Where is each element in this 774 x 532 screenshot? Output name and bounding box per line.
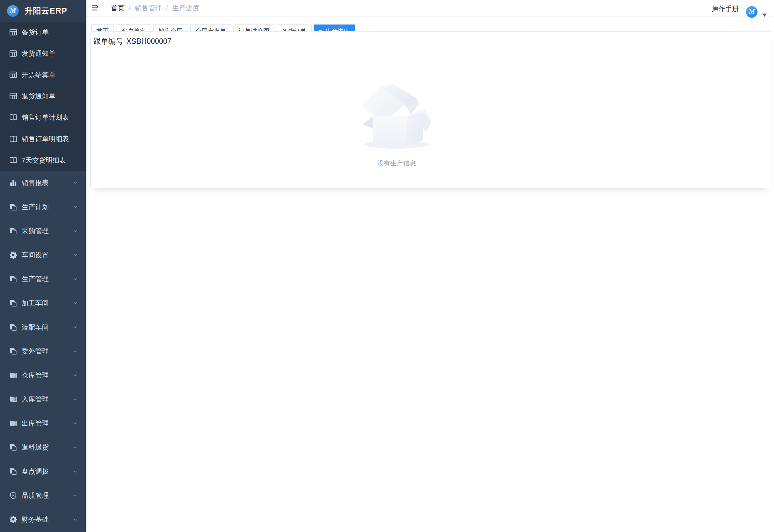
sidebar: M 升阳云ERP 备货订单 发货通知单 开票结算单 退货通知单 销售订单计划表 …: [0, 0, 86, 532]
app-title: 升阳云ERP: [25, 5, 67, 16]
sidebar-item[interactable]: 委外管理: [0, 339, 86, 363]
app-logo-header[interactable]: M 升阳云ERP: [0, 0, 86, 22]
copy-icon: [9, 323, 17, 331]
table-icon: [9, 28, 17, 36]
sidebar-item[interactable]: 仓库管理: [0, 363, 86, 387]
chevron-down-icon: [73, 204, 78, 210]
gear-icon: [9, 515, 17, 524]
breadcrumb-item: 销售管理: [135, 4, 162, 13]
chevron-down-icon: [73, 300, 78, 306]
table-icon: [9, 49, 17, 58]
content-panel: 跟单编号 XSBH000007: [90, 31, 771, 188]
copy-icon: [9, 443, 17, 451]
sidebar-item-label: 出库管理: [22, 419, 73, 428]
book-lines-icon: [9, 371, 17, 379]
sidebar-item-label: 销售订单计划表: [22, 113, 78, 122]
copy-icon: [9, 299, 17, 307]
empty-state-text: 没有生产信息: [348, 159, 445, 168]
breadcrumb-home[interactable]: 首页: [111, 4, 124, 13]
sidebar-item-label: 车间设置: [22, 251, 73, 260]
sidebar-item[interactable]: 退料退货: [0, 435, 86, 459]
sidebar-item[interactable]: 车间设置: [0, 243, 86, 267]
sidebar-item-label: 委外管理: [22, 347, 73, 356]
bar-chart-icon: [9, 179, 17, 187]
chevron-down-icon: [73, 252, 78, 258]
book-open-icon: [9, 156, 17, 164]
sidebar-item-label: 发货通知单: [22, 49, 78, 58]
sidebar-item-label: 财务基础: [22, 515, 73, 524]
empty-state: 没有生产信息: [348, 84, 445, 168]
avatar: M: [746, 6, 758, 18]
copy-icon: [9, 275, 17, 283]
breadcrumb-separator: /: [129, 4, 131, 12]
panel-header: 跟单编号 XSBH000007: [91, 32, 771, 51]
sidebar-item[interactable]: 生产计划: [0, 195, 86, 219]
navbar-right: 操作手册 M: [712, 0, 767, 16]
sidebar-item-label: 入库管理: [22, 395, 73, 404]
sidebar-item[interactable]: 销售订单计划表: [0, 107, 86, 128]
sidebar-item-label: 装配车间: [22, 323, 73, 332]
sidebar-item[interactable]: 生产管理: [0, 267, 86, 291]
sidebar-item[interactable]: 入库管理: [0, 387, 86, 411]
sidebar-item[interactable]: 销售报表: [0, 171, 86, 195]
caret-down-icon: [762, 14, 767, 17]
sidebar-item-label: 生产计划: [22, 202, 73, 212]
manual-link[interactable]: 操作手册: [712, 4, 739, 13]
breadcrumb: 首页 / 销售管理 / 生产进度: [111, 4, 199, 13]
sidebar-item[interactable]: 盘点调拨: [0, 459, 86, 484]
sidebar-item[interactable]: 装配车间: [0, 315, 86, 339]
copy-icon: [9, 227, 17, 235]
tracking-no-label: 跟单编号: [94, 36, 123, 46]
chevron-down-icon: [73, 493, 78, 498]
sidebar-item[interactable]: 备货订单: [0, 22, 86, 43]
chevron-down-icon: [73, 445, 78, 450]
sidebar-item-label: 仓库管理: [22, 371, 73, 380]
book-open-icon: [9, 135, 17, 143]
sidebar-item-label: 盘点调拨: [22, 467, 73, 476]
sidebar-menu: 备货订单 发货通知单 开票结算单 退货通知单 销售订单计划表 销售订单明细表 7…: [0, 22, 86, 532]
book-lines-icon: [9, 395, 17, 403]
shield-check-icon: [9, 491, 17, 500]
sidebar-item[interactable]: 加工车间: [0, 291, 86, 315]
gear-icon: [9, 251, 17, 259]
sidebar-item[interactable]: 发货通知单: [0, 43, 86, 64]
breadcrumb-current: 生产进度: [172, 4, 199, 13]
table-icon: [9, 71, 17, 79]
tracking-no-value: XSBH000007: [126, 37, 171, 46]
sidebar-item[interactable]: 7天交货明细表: [0, 150, 86, 171]
sidebar-item-label: 销售报表: [22, 178, 73, 187]
user-menu[interactable]: M: [746, 0, 767, 18]
sidebar-item-label: 退料退货: [22, 443, 73, 452]
chevron-down-icon: [73, 372, 78, 378]
sidebar-item[interactable]: 退货通知单: [0, 85, 86, 107]
top-navbar: 首页 / 销售管理 / 生产进度 操作手册 M: [86, 0, 774, 16]
chevron-down-icon: [73, 180, 78, 185]
sidebar-item-label: 销售订单明细表: [22, 134, 78, 143]
app-logo-icon: M: [7, 5, 19, 17]
hamburger-icon[interactable]: [91, 4, 99, 12]
book-open-icon: [9, 113, 17, 122]
sidebar-item[interactable]: 品质管理: [0, 483, 86, 507]
sidebar-item-label: 备货订单: [22, 28, 78, 37]
sidebar-item-label: 生产管理: [22, 274, 73, 283]
sidebar-item[interactable]: 销售订单明细表: [0, 128, 86, 149]
sidebar-item[interactable]: 采购管理: [0, 219, 86, 243]
table-icon: [9, 92, 17, 100]
sidebar-item-label: 加工车间: [22, 299, 73, 308]
copy-icon: [9, 347, 17, 355]
sidebar-item-label: 7天交货明细表: [22, 156, 78, 165]
chevron-down-icon: [73, 397, 78, 402]
panel-body: 没有生产信息: [91, 51, 771, 188]
sidebar-item-label: 开票结算单: [22, 70, 78, 79]
copy-icon: [9, 203, 17, 211]
sidebar-item[interactable]: 开票结算单: [0, 64, 86, 85]
sidebar-item[interactable]: 财务基础: [0, 507, 86, 532]
book-lines-icon: [9, 419, 17, 428]
sidebar-item-label: 品质管理: [22, 491, 73, 500]
empty-box-illustration: [362, 84, 432, 151]
chevron-down-icon: [73, 469, 78, 474]
copy-icon: [9, 467, 17, 476]
chevron-down-icon: [73, 228, 78, 234]
sidebar-item[interactable]: 出库管理: [0, 411, 86, 436]
breadcrumb-separator: /: [166, 4, 168, 12]
